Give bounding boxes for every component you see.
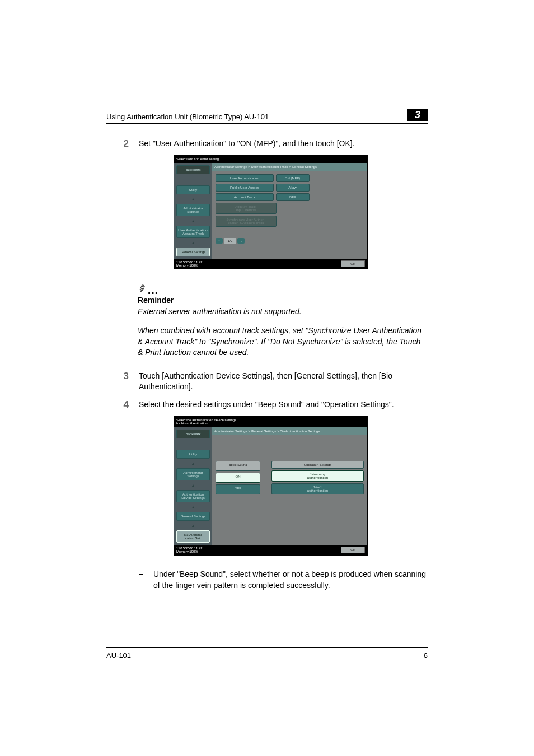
step-3-text: Touch [Authentication Device Settings], …	[139, 371, 428, 393]
nav-arrow-icon: ▲	[176, 220, 210, 222]
step-2-text: Set "User Authentication" to "ON (MFP)",…	[139, 138, 428, 150]
chapter-number-box: 3	[407, 109, 428, 121]
figure-bio-authentication: Select the authentication device setting…	[174, 416, 368, 556]
status-memory: Memory 100%	[176, 264, 203, 267]
user-authentication-value: ON (MFP)	[276, 174, 310, 182]
page-down-button[interactable]: ↓	[237, 238, 245, 244]
status-memory: Memory 100%	[176, 550, 203, 553]
beep-sound-label: Beep Sound	[216, 461, 260, 471]
general-settings-button[interactable]: General Settings	[176, 512, 210, 521]
beep-sound-on-button[interactable]: ON	[216, 473, 260, 483]
fig1-instruction: Select item and enter setting.	[174, 156, 367, 163]
nav-arrow-icon: ▲	[176, 241, 210, 244]
reminder-paragraph-1: External server authentication is not su…	[138, 306, 428, 318]
auth-device-settings-button[interactable]: Authentication Device Settings	[176, 490, 210, 502]
page-indicator: 1/2	[224, 238, 236, 244]
one-to-one-button[interactable]: 1-to-1 authentication	[271, 483, 364, 494]
account-track-input-method-row: Account Track Input Method	[216, 203, 277, 214]
nav-arrow-icon: ▲	[176, 524, 210, 527]
user-auth-account-track-button[interactable]: User Authentication/ Account Track	[176, 226, 210, 238]
footer-model: AU-101	[106, 651, 131, 660]
bullet-dash: –	[139, 569, 146, 591]
general-settings-button[interactable]: General Settings	[176, 248, 210, 256]
step-4-text: Select the desired settings under "Beep …	[139, 399, 428, 410]
ok-button[interactable]: OK	[341, 547, 365, 553]
nav-arrow-icon: ▲	[176, 198, 210, 200]
breadcrumb: Administrator Settings > User Auth/Accou…	[212, 163, 367, 171]
step-3-number: 3	[106, 371, 129, 393]
utility-button[interactable]: Utility	[176, 185, 210, 194]
nav-arrow-icon: ▲	[176, 484, 210, 487]
admin-settings-button[interactable]: Administrator Settings	[176, 204, 210, 216]
figure-general-settings: Select item and enter setting. Bookmark …	[174, 155, 368, 269]
nav-arrow-icon: ▲	[176, 506, 210, 508]
bookmark-button[interactable]: Bookmark	[176, 430, 210, 438]
account-track-value: OFF	[276, 193, 310, 201]
page-header-title: Using Authentication Unit (Biometric Typ…	[106, 113, 269, 121]
ellipsis-icon: …	[146, 284, 160, 296]
synchronize-row: Synchronize User Authen- tication & Acco…	[216, 216, 277, 227]
account-track-row[interactable]: Account Track	[216, 193, 274, 201]
admin-settings-button[interactable]: Administrator Settings	[176, 468, 210, 480]
step-2-number: 2	[106, 138, 129, 150]
beep-sound-bullet-text: Under "Beep Sound", select whether or no…	[153, 569, 428, 591]
operation-settings-label: Operation Settings	[271, 461, 364, 469]
bio-authentication-button[interactable]: Bio Authenti- cation Set.	[176, 530, 210, 543]
public-user-access-row[interactable]: Public User Access	[216, 184, 274, 192]
step-4-number: 4	[106, 399, 129, 410]
page-number: 6	[424, 651, 428, 660]
utility-button[interactable]: Utility	[176, 450, 210, 459]
bookmark-button[interactable]: Bookmark	[176, 165, 210, 174]
page-up-button[interactable]: ↑	[216, 238, 223, 244]
breadcrumb: Administrator Settings > General Setting…	[212, 427, 367, 435]
user-authentication-row[interactable]: User Authentication	[216, 174, 274, 182]
ok-button[interactable]: OK	[341, 260, 365, 267]
one-to-many-button[interactable]: 1-to-many authentication	[271, 470, 364, 482]
fig2-instruction: Select the authentication device setting…	[174, 417, 367, 427]
public-user-access-value: Allow	[276, 184, 310, 192]
header-divider	[106, 123, 428, 124]
nav-arrow-icon: ▲	[176, 462, 210, 465]
reminder-paragraph-2: When combined with account track setting…	[138, 325, 428, 358]
beep-sound-off-button[interactable]: OFF	[216, 484, 260, 494]
reminder-heading: Reminder	[138, 296, 428, 305]
